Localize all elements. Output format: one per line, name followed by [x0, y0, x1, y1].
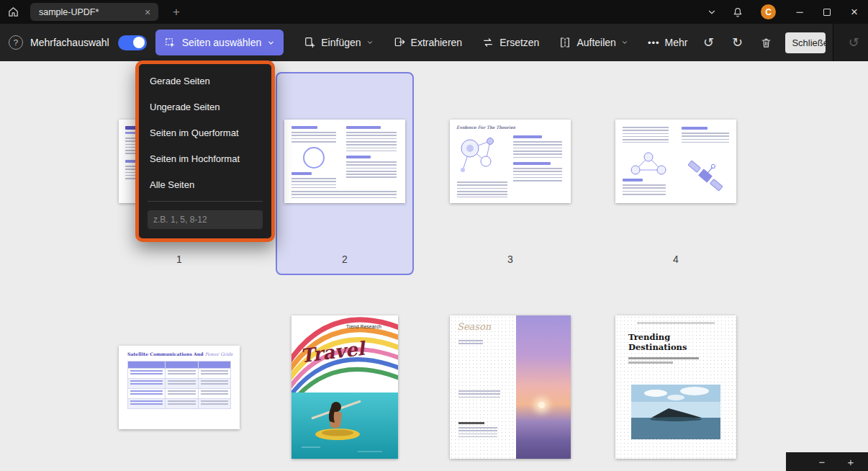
- multiselect-label: Mehrfachauswahl: [30, 37, 109, 48]
- table-cell: [199, 399, 230, 408]
- minimize-button[interactable]: ─: [786, 0, 813, 24]
- zoom-in-button[interactable]: +: [845, 456, 856, 468]
- table-cell: [199, 379, 230, 388]
- menu-divider: [148, 201, 263, 202]
- table-cell: [166, 389, 197, 398]
- text-lines: [291, 191, 397, 198]
- doc-subtitle-bar: [458, 422, 484, 424]
- replace-label: Ersetzen: [499, 37, 539, 48]
- table-cell: [128, 389, 165, 398]
- page-cell-8[interactable]: Trending Destinations: [607, 315, 745, 471]
- chevron-down-button[interactable]: [699, 0, 725, 24]
- notifications-button[interactable]: [725, 0, 751, 24]
- doc-subtitle-bar: [628, 357, 699, 359]
- new-tab-button[interactable]: +: [167, 5, 186, 19]
- document-tab[interactable]: sample-UPDF* ×: [30, 3, 158, 21]
- doc-text-column: [513, 135, 562, 182]
- menu-item-odd-pages[interactable]: Ungerade Seiten: [139, 94, 271, 120]
- page-thumbnail-2[interactable]: [284, 120, 405, 203]
- doc-heading-chip: [346, 126, 381, 129]
- text-lines: [458, 427, 497, 439]
- zoom-bar: − +: [786, 452, 868, 471]
- page-cell-3[interactable]: Evidence For The Theories: [441, 72, 579, 275]
- diagram-circle: [303, 147, 325, 169]
- zoom-out-button[interactable]: −: [816, 456, 828, 468]
- page-thumbnail-6[interactable]: Trend Research Travel: [291, 315, 398, 459]
- text-lines: [458, 390, 500, 398]
- more-button[interactable]: ••• Mehr: [648, 37, 688, 48]
- split-icon: [559, 36, 571, 49]
- more-label: Mehr: [665, 37, 688, 48]
- table-header-cell: [166, 362, 197, 368]
- extract-button[interactable]: Extrahieren: [393, 36, 463, 49]
- page-thumbnail-8[interactable]: Trending Destinations: [615, 315, 736, 459]
- page-cell-6[interactable]: Trend Research Travel: [276, 315, 414, 471]
- doc-text-column: [291, 126, 336, 188]
- triangle-diagram: [625, 150, 672, 177]
- page-number-3: 3: [507, 254, 513, 265]
- chevron-down-icon: [621, 39, 628, 46]
- delete-pages-button[interactable]: [758, 37, 774, 49]
- chevron-down-icon: [267, 39, 275, 47]
- tab-close-icon[interactable]: ×: [141, 6, 154, 18]
- document-actions-panel: ↺ ↻: [833, 24, 868, 61]
- data-table: [127, 361, 231, 409]
- text-lines: [291, 132, 336, 143]
- rotate-right-button[interactable]: ↻: [729, 36, 745, 49]
- doc-heading-chip: [623, 179, 643, 181]
- rotate-left-button[interactable]: ↺: [700, 36, 716, 49]
- page-cell-7[interactable]: Season: [441, 315, 579, 471]
- undo-button-disabled[interactable]: ↺: [849, 36, 859, 49]
- menu-item-landscape-pages[interactable]: Seiten im Querformat: [139, 120, 271, 145]
- insert-button[interactable]: Einfügen: [303, 36, 373, 49]
- home-button[interactable]: [0, 0, 26, 24]
- satellite-illustration: [683, 156, 729, 197]
- doc-title: Evidence For The Theories: [456, 125, 515, 130]
- menu-item-portrait-pages[interactable]: Seiten im Hochformat: [139, 145, 271, 171]
- page-organize-toolbar: ? Mehrfachauswahl Seiten auswählen Einfü…: [0, 24, 868, 61]
- select-pages-icon: [164, 37, 176, 49]
- page-thumbnail-3[interactable]: Evidence For The Theories: [450, 120, 571, 203]
- page-range-input[interactable]: [148, 210, 263, 229]
- split-label: Aufteilen: [577, 37, 615, 48]
- page-cell-4[interactable]: 4: [607, 72, 745, 275]
- page-cell-5[interactable]: Satellite Communications And Power Grids: [110, 315, 248, 471]
- extract-icon: [393, 36, 406, 49]
- maximize-button[interactable]: [813, 0, 841, 24]
- menu-item-all-pages[interactable]: Alle Seiten: [139, 171, 271, 197]
- page-number-1: 1: [176, 254, 182, 265]
- page-cell-2[interactable]: 2: [276, 72, 414, 275]
- tab-title: sample-UPDF*: [39, 7, 141, 17]
- user-avatar[interactable]: C: [761, 4, 776, 19]
- kayak-photo: [291, 392, 398, 459]
- cover-kicker: Trend Research: [346, 324, 381, 329]
- kayaker-illustration: [291, 392, 398, 459]
- replace-button[interactable]: Ersetzen: [482, 36, 539, 49]
- split-button[interactable]: Aufteilen: [559, 36, 628, 49]
- menu-item-even-pages[interactable]: Gerade Seiten: [139, 68, 271, 94]
- extract-label: Extrahieren: [411, 37, 463, 48]
- doc-heading-chip: [513, 162, 551, 165]
- titlebar-right-cluster: C ─ ×: [699, 0, 868, 24]
- multiselect-toggle[interactable]: [118, 35, 147, 50]
- page-thumbnail-7[interactable]: Season: [450, 315, 571, 459]
- app-window: sample-UPDF* × + C ─ × ? Mehrfachauswahl…: [0, 0, 868, 471]
- table-cell: [128, 369, 165, 378]
- close-mode-button[interactable]: Schließe: [785, 32, 826, 53]
- text-lines: [623, 127, 669, 143]
- doc-heading-chip: [513, 135, 542, 138]
- table-cell: [199, 369, 230, 378]
- page-grid: 1 2: [0, 61, 868, 471]
- text-lines: [623, 184, 666, 196]
- select-pages-button[interactable]: Seiten auswählen: [155, 30, 284, 55]
- doc-title-main: Satellite Communications And: [127, 351, 204, 356]
- page-thumbnail-5[interactable]: Satellite Communications And Power Grids: [119, 346, 240, 429]
- text-lines: [346, 132, 397, 152]
- doc-heading-chip: [291, 126, 317, 129]
- page-thumbnail-4[interactable]: [615, 120, 736, 203]
- home-icon: [7, 6, 19, 18]
- help-button[interactable]: ?: [9, 35, 23, 50]
- window-close-button[interactable]: ×: [841, 0, 868, 24]
- table-cell: [128, 379, 165, 388]
- table-cell: [128, 399, 165, 408]
